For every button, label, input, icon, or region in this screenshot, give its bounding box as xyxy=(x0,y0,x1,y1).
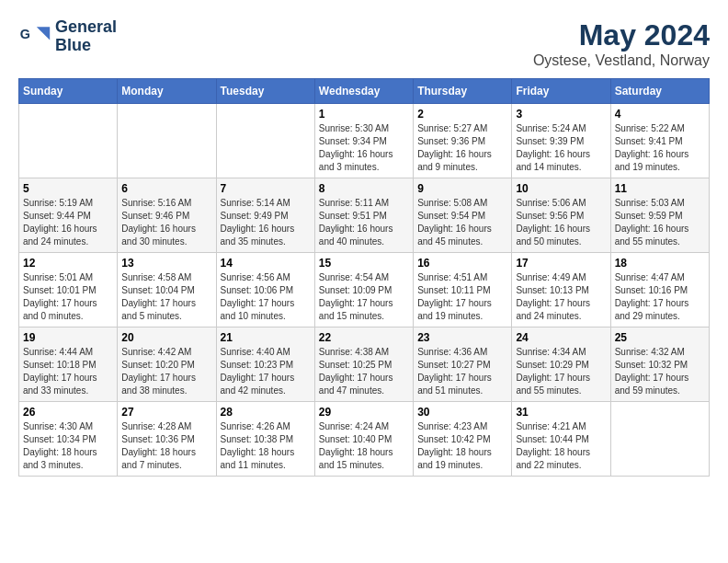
week-row-3: 12Sunrise: 5:01 AM Sunset: 10:01 PM Dayl… xyxy=(19,253,710,327)
day-cell: 13Sunrise: 4:58 AM Sunset: 10:04 PM Dayl… xyxy=(118,253,216,327)
day-cell: 10Sunrise: 5:06 AM Sunset: 9:56 PM Dayli… xyxy=(512,178,610,253)
day-info: Sunrise: 5:30 AM Sunset: 9:34 PM Dayligh… xyxy=(319,122,409,174)
weekday-sunday: Sunday xyxy=(19,79,118,104)
day-info: Sunrise: 4:32 AM Sunset: 10:32 PM Daylig… xyxy=(615,346,705,397)
day-info: Sunrise: 4:21 AM Sunset: 10:44 PM Daylig… xyxy=(516,420,606,472)
day-number: 13 xyxy=(121,257,211,270)
day-number: 9 xyxy=(417,182,507,195)
day-cell xyxy=(19,104,118,178)
day-info: Sunrise: 4:40 AM Sunset: 10:23 PM Daylig… xyxy=(221,346,311,397)
logo: G General Blue xyxy=(18,18,117,55)
day-number: 31 xyxy=(516,406,606,419)
day-info: Sunrise: 4:51 AM Sunset: 10:11 PM Daylig… xyxy=(417,271,507,323)
day-cell: 25Sunrise: 4:32 AM Sunset: 10:32 PM Dayl… xyxy=(610,327,709,402)
day-cell: 7Sunrise: 5:14 AM Sunset: 9:49 PM Daylig… xyxy=(216,178,314,253)
day-number: 15 xyxy=(319,257,409,270)
day-info: Sunrise: 5:24 AM Sunset: 9:39 PM Dayligh… xyxy=(516,122,606,174)
day-number: 14 xyxy=(221,257,311,270)
day-info: Sunrise: 4:28 AM Sunset: 10:36 PM Daylig… xyxy=(121,420,211,472)
day-cell: 14Sunrise: 4:56 AM Sunset: 10:06 PM Dayl… xyxy=(216,253,314,327)
day-info: Sunrise: 4:47 AM Sunset: 10:16 PM Daylig… xyxy=(615,271,705,323)
day-info: Sunrise: 4:54 AM Sunset: 10:09 PM Daylig… xyxy=(319,271,409,323)
day-number: 19 xyxy=(23,331,113,344)
day-cell: 20Sunrise: 4:42 AM Sunset: 10:20 PM Dayl… xyxy=(118,327,216,402)
day-cell: 17Sunrise: 4:49 AM Sunset: 10:13 PM Dayl… xyxy=(512,253,610,327)
day-info: Sunrise: 4:58 AM Sunset: 10:04 PM Daylig… xyxy=(121,271,211,323)
day-number: 26 xyxy=(23,406,113,419)
svg-text:G: G xyxy=(20,27,30,41)
day-number: 23 xyxy=(417,331,507,344)
svg-marker-1 xyxy=(37,27,50,40)
day-number: 10 xyxy=(516,182,606,195)
day-info: Sunrise: 4:44 AM Sunset: 10:18 PM Daylig… xyxy=(23,346,113,397)
day-number: 5 xyxy=(23,182,113,195)
weekday-row: SundayMondayTuesdayWednesdayThursdayFrid… xyxy=(19,79,710,104)
day-number: 4 xyxy=(615,108,705,121)
calendar-body: 1Sunrise: 5:30 AM Sunset: 9:34 PM Daylig… xyxy=(19,104,710,477)
day-info: Sunrise: 4:34 AM Sunset: 10:29 PM Daylig… xyxy=(516,346,606,397)
day-number: 6 xyxy=(121,182,211,195)
day-cell: 26Sunrise: 4:30 AM Sunset: 10:34 PM Dayl… xyxy=(19,402,118,477)
day-info: Sunrise: 4:24 AM Sunset: 10:40 PM Daylig… xyxy=(319,420,409,472)
day-cell: 28Sunrise: 4:26 AM Sunset: 10:38 PM Dayl… xyxy=(216,402,314,477)
day-cell: 31Sunrise: 4:21 AM Sunset: 10:44 PM Dayl… xyxy=(512,402,610,477)
weekday-tuesday: Tuesday xyxy=(216,79,314,104)
day-number: 12 xyxy=(23,257,113,270)
day-info: Sunrise: 5:22 AM Sunset: 9:41 PM Dayligh… xyxy=(615,122,705,174)
day-cell xyxy=(610,402,709,477)
day-cell: 8Sunrise: 5:11 AM Sunset: 9:51 PM Daylig… xyxy=(314,178,413,253)
day-cell: 3Sunrise: 5:24 AM Sunset: 9:39 PM Daylig… xyxy=(512,104,610,178)
calendar-subtitle: Oystese, Vestland, Norway xyxy=(533,52,710,69)
day-cell: 24Sunrise: 4:34 AM Sunset: 10:29 PM Dayl… xyxy=(512,327,610,402)
day-number: 7 xyxy=(221,182,311,195)
day-info: Sunrise: 5:27 AM Sunset: 9:36 PM Dayligh… xyxy=(417,122,507,174)
day-info: Sunrise: 5:01 AM Sunset: 10:01 PM Daylig… xyxy=(23,271,113,323)
day-info: Sunrise: 4:49 AM Sunset: 10:13 PM Daylig… xyxy=(516,271,606,323)
logo-line2: Blue xyxy=(55,37,117,55)
day-number: 16 xyxy=(417,257,507,270)
day-cell: 19Sunrise: 4:44 AM Sunset: 10:18 PM Dayl… xyxy=(19,327,118,402)
logo-text: General Blue xyxy=(55,18,117,55)
week-row-4: 19Sunrise: 4:44 AM Sunset: 10:18 PM Dayl… xyxy=(19,327,710,402)
day-number: 8 xyxy=(319,182,409,195)
day-number: 24 xyxy=(516,331,606,344)
day-cell: 9Sunrise: 5:08 AM Sunset: 9:54 PM Daylig… xyxy=(414,178,512,253)
day-info: Sunrise: 4:36 AM Sunset: 10:27 PM Daylig… xyxy=(417,346,507,397)
day-info: Sunrise: 5:11 AM Sunset: 9:51 PM Dayligh… xyxy=(319,197,409,248)
weekday-wednesday: Wednesday xyxy=(314,79,413,104)
day-cell: 29Sunrise: 4:24 AM Sunset: 10:40 PM Dayl… xyxy=(314,402,413,477)
weekday-thursday: Thursday xyxy=(414,79,512,104)
day-info: Sunrise: 4:30 AM Sunset: 10:34 PM Daylig… xyxy=(23,420,113,472)
day-cell: 21Sunrise: 4:40 AM Sunset: 10:23 PM Dayl… xyxy=(216,327,314,402)
day-info: Sunrise: 5:08 AM Sunset: 9:54 PM Dayligh… xyxy=(417,197,507,248)
day-number: 3 xyxy=(516,108,606,121)
day-cell: 27Sunrise: 4:28 AM Sunset: 10:36 PM Dayl… xyxy=(118,402,216,477)
day-cell: 6Sunrise: 5:16 AM Sunset: 9:46 PM Daylig… xyxy=(118,178,216,253)
week-row-2: 5Sunrise: 5:19 AM Sunset: 9:44 PM Daylig… xyxy=(19,178,710,253)
weekday-monday: Monday xyxy=(118,79,216,104)
day-number: 21 xyxy=(221,331,311,344)
day-info: Sunrise: 4:23 AM Sunset: 10:42 PM Daylig… xyxy=(417,420,507,472)
day-number: 2 xyxy=(417,108,507,121)
calendar-title: May 2024 xyxy=(533,18,710,52)
day-cell: 1Sunrise: 5:30 AM Sunset: 9:34 PM Daylig… xyxy=(314,104,413,178)
day-cell: 18Sunrise: 4:47 AM Sunset: 10:16 PM Dayl… xyxy=(610,253,709,327)
day-number: 29 xyxy=(319,406,409,419)
day-cell xyxy=(118,104,216,178)
day-info: Sunrise: 5:14 AM Sunset: 9:49 PM Dayligh… xyxy=(221,197,311,248)
day-number: 25 xyxy=(615,331,705,344)
day-info: Sunrise: 5:03 AM Sunset: 9:59 PM Dayligh… xyxy=(615,197,705,248)
weekday-friday: Friday xyxy=(512,79,610,104)
day-cell: 11Sunrise: 5:03 AM Sunset: 9:59 PM Dayli… xyxy=(610,178,709,253)
title-section: May 2024 Oystese, Vestland, Norway xyxy=(533,18,710,69)
page-header: G General Blue May 2024 Oystese, Vestlan… xyxy=(18,18,710,69)
day-info: Sunrise: 4:38 AM Sunset: 10:25 PM Daylig… xyxy=(319,346,409,397)
day-number: 27 xyxy=(121,406,211,419)
day-number: 17 xyxy=(516,257,606,270)
logo-icon: G xyxy=(18,20,51,53)
day-info: Sunrise: 4:26 AM Sunset: 10:38 PM Daylig… xyxy=(221,420,311,472)
day-cell: 12Sunrise: 5:01 AM Sunset: 10:01 PM Dayl… xyxy=(19,253,118,327)
day-info: Sunrise: 5:19 AM Sunset: 9:44 PM Dayligh… xyxy=(23,197,113,248)
day-number: 28 xyxy=(221,406,311,419)
day-number: 11 xyxy=(615,182,705,195)
